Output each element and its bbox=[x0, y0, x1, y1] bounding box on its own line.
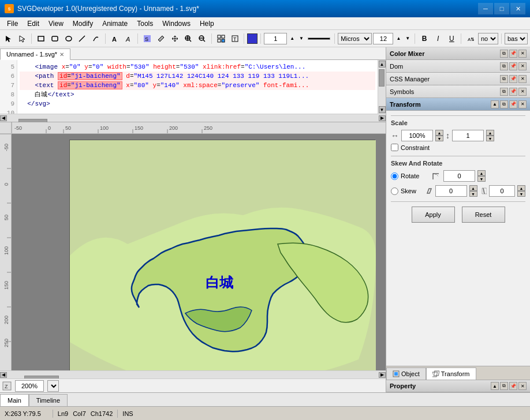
italic-button[interactable]: I bbox=[432, 32, 445, 45]
scroll-up-btn[interactable]: ▲ bbox=[379, 61, 386, 68]
skew-x-up[interactable]: ▲ bbox=[469, 185, 477, 191]
zoom-input[interactable] bbox=[15, 380, 44, 392]
transform-close[interactable]: ✕ bbox=[518, 100, 527, 108]
menu-animate[interactable]: Animate bbox=[98, 18, 132, 29]
constraint-checkbox[interactable] bbox=[391, 144, 398, 151]
skew-radio[interactable] bbox=[391, 187, 398, 195]
reset-button[interactable]: Reset bbox=[462, 207, 505, 223]
zoom-in-tool[interactable] bbox=[182, 32, 195, 45]
fill-color-swatch[interactable] bbox=[247, 33, 257, 44]
property-pin[interactable]: 📌 bbox=[509, 382, 517, 390]
property-close[interactable]: ✕ bbox=[518, 382, 527, 390]
menu-modify[interactable]: Modify bbox=[68, 18, 98, 29]
symbols-close[interactable]: ✕ bbox=[518, 88, 527, 96]
grid-tool[interactable] bbox=[215, 32, 227, 45]
rotate-input[interactable] bbox=[443, 170, 475, 182]
transform-tab[interactable]: Transform bbox=[426, 367, 476, 380]
object-tab[interactable]: Object bbox=[386, 367, 426, 380]
css-pin[interactable]: 📌 bbox=[509, 75, 517, 83]
scale-x-up[interactable]: ▲ bbox=[435, 130, 443, 136]
skew-x-down[interactable]: ▼ bbox=[469, 191, 477, 197]
file-tab[interactable]: Unnamed - 1.svg* ✕ bbox=[0, 48, 70, 60]
rotate-up[interactable]: ▲ bbox=[477, 170, 486, 176]
skew-y-input[interactable] bbox=[489, 185, 515, 197]
direct-select-tool[interactable] bbox=[16, 32, 29, 45]
transform-restore[interactable]: ⧉ bbox=[500, 100, 508, 108]
line-tool[interactable] bbox=[76, 32, 89, 45]
text-tool-a[interactable]: A bbox=[109, 32, 121, 45]
code-content[interactable]: <image x="0" y="0" width="530" height="5… bbox=[17, 60, 378, 114]
canvas-viewport[interactable]: 白城 bbox=[12, 134, 386, 378]
main-tab[interactable]: Main bbox=[0, 394, 29, 406]
skew-y-up[interactable]: ▲ bbox=[517, 185, 525, 191]
rect-tool[interactable] bbox=[35, 32, 47, 45]
css-close[interactable]: ✕ bbox=[518, 75, 527, 83]
zoom-out-tool[interactable] bbox=[196, 32, 208, 45]
bold-button[interactable]: B bbox=[418, 32, 431, 45]
stroke-style[interactable] bbox=[308, 38, 330, 40]
menu-help[interactable]: Help bbox=[195, 18, 219, 29]
css-manager-item[interactable]: CSS Manager ⧉ 📌 ✕ bbox=[386, 73, 530, 85]
scroll-right-btn[interactable]: ▶ bbox=[379, 115, 386, 121]
font-size-up[interactable]: ▲ bbox=[394, 32, 402, 45]
color-mixer-pin[interactable]: 📌 bbox=[509, 50, 517, 58]
dom-pin[interactable]: 📌 bbox=[509, 62, 517, 70]
dom-panel-item[interactable]: Dom ⧉ 📌 ✕ bbox=[386, 60, 530, 73]
dom-close[interactable]: ✕ bbox=[518, 62, 527, 70]
dom-restore[interactable]: ⧉ bbox=[500, 62, 508, 70]
scale-y-input[interactable] bbox=[452, 130, 484, 141]
ellipse-tool[interactable] bbox=[62, 32, 75, 45]
transform-up[interactable]: ▲ bbox=[491, 100, 499, 108]
canvas-hthumb[interactable] bbox=[24, 376, 59, 379]
maximize-button[interactable]: □ bbox=[494, 3, 509, 14]
stroke-up-btn[interactable]: ▲ bbox=[288, 36, 296, 42]
code-vscrollbar[interactable]: ▲ ▼ bbox=[378, 60, 386, 114]
menu-file[interactable]: File bbox=[2, 18, 23, 29]
scale-y-up[interactable]: ▲ bbox=[486, 130, 494, 136]
rounded-rect-tool[interactable] bbox=[48, 32, 61, 45]
menu-view[interactable]: View bbox=[44, 18, 68, 29]
apply-button[interactable]: Apply bbox=[412, 207, 455, 223]
color-mixer-close[interactable]: ✕ bbox=[518, 50, 527, 58]
pan-tool[interactable] bbox=[169, 32, 181, 45]
scale-y-down[interactable]: ▼ bbox=[486, 136, 494, 141]
timeline-tab[interactable]: Timeline bbox=[29, 394, 68, 406]
canvas-scroll-left[interactable]: ◀ bbox=[0, 372, 7, 378]
rotate-radio[interactable] bbox=[391, 172, 398, 180]
align-button[interactable]: A⇅ bbox=[464, 32, 477, 45]
css-restore[interactable]: ⧉ bbox=[500, 75, 508, 83]
underline-button[interactable]: U bbox=[446, 32, 458, 45]
property-restore[interactable]: ⧉ bbox=[500, 382, 508, 390]
symbols-pin[interactable]: 📌 bbox=[509, 88, 517, 96]
symbol-tool[interactable]: S bbox=[141, 32, 154, 45]
dropper-tool[interactable] bbox=[155, 32, 167, 45]
close-button[interactable]: ✕ bbox=[510, 3, 525, 14]
canvas-scroll-right[interactable]: ▶ bbox=[379, 372, 386, 378]
font-size-down[interactable]: ▼ bbox=[404, 32, 412, 45]
select-tool[interactable] bbox=[2, 32, 15, 45]
menu-tools[interactable]: Tools bbox=[132, 18, 158, 29]
menu-edit[interactable]: Edit bbox=[23, 18, 44, 29]
pen-tool[interactable] bbox=[89, 32, 102, 45]
color-mixer-restore[interactable]: ⧉ bbox=[500, 50, 508, 58]
minimize-button[interactable]: ─ bbox=[478, 3, 493, 14]
scroll-thumb-v[interactable] bbox=[379, 69, 385, 87]
property-up[interactable]: ▲ bbox=[491, 382, 499, 390]
tab-close-btn[interactable]: ✕ bbox=[59, 51, 64, 58]
stroke-width-input[interactable] bbox=[264, 33, 287, 44]
scale-x-down[interactable]: ▼ bbox=[435, 136, 443, 141]
menu-windows[interactable]: Windows bbox=[158, 18, 195, 29]
rotate-down[interactable]: ▼ bbox=[477, 176, 486, 182]
code-editor[interactable]: 5 6 7 8 9 10 <image x="0" y="0" width="5… bbox=[0, 60, 386, 114]
code-hscrollbar[interactable]: ◀ ▶ bbox=[0, 114, 386, 122]
font-family-select[interactable]: Micros bbox=[338, 33, 372, 44]
skew-x-input[interactable] bbox=[435, 185, 467, 197]
text-align-select[interactable]: nor bbox=[478, 33, 498, 44]
stroke-down-btn[interactable]: ▼ bbox=[297, 36, 305, 42]
baseline-select[interactable]: base bbox=[505, 33, 528, 44]
scroll-left-btn[interactable]: ◀ bbox=[0, 115, 7, 121]
skew-y-down[interactable]: ▼ bbox=[517, 191, 525, 197]
font-size-input[interactable] bbox=[373, 33, 393, 44]
text-tool-ai[interactable]: A bbox=[122, 32, 135, 45]
scroll-down-btn[interactable]: ▼ bbox=[379, 106, 386, 113]
